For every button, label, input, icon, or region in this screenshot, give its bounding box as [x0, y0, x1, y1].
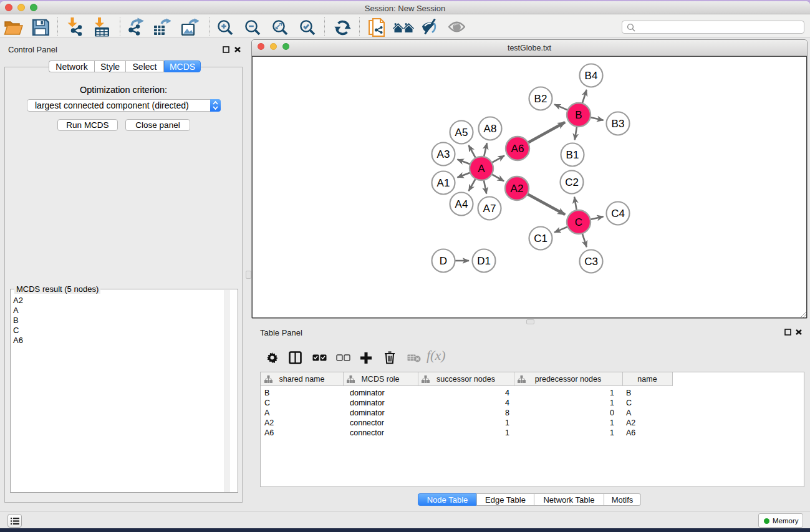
svg-text:B1: B1	[566, 149, 579, 161]
svg-text:B2: B2	[534, 93, 547, 105]
svg-text:A4: A4	[455, 198, 468, 210]
svg-text:C4: C4	[611, 208, 625, 220]
svg-text:A: A	[478, 163, 485, 175]
svg-text:C: C	[575, 216, 582, 228]
svg-text:C2: C2	[565, 177, 579, 188]
svg-text:A8: A8	[484, 123, 497, 135]
svg-text:A2: A2	[511, 183, 524, 195]
svg-text:A3: A3	[437, 148, 450, 160]
svg-text:A6: A6	[511, 143, 524, 155]
svg-text:B3: B3	[612, 118, 625, 130]
svg-text:B4: B4	[585, 70, 598, 82]
svg-text:A7: A7	[483, 203, 496, 215]
svg-text:B: B	[575, 109, 582, 121]
svg-text:A1: A1	[437, 177, 450, 189]
svg-text:D: D	[440, 255, 447, 267]
svg-text:C1: C1	[534, 233, 547, 244]
svg-text:D1: D1	[477, 255, 491, 267]
svg-text:A5: A5	[455, 127, 468, 138]
svg-text:C3: C3	[584, 256, 598, 268]
